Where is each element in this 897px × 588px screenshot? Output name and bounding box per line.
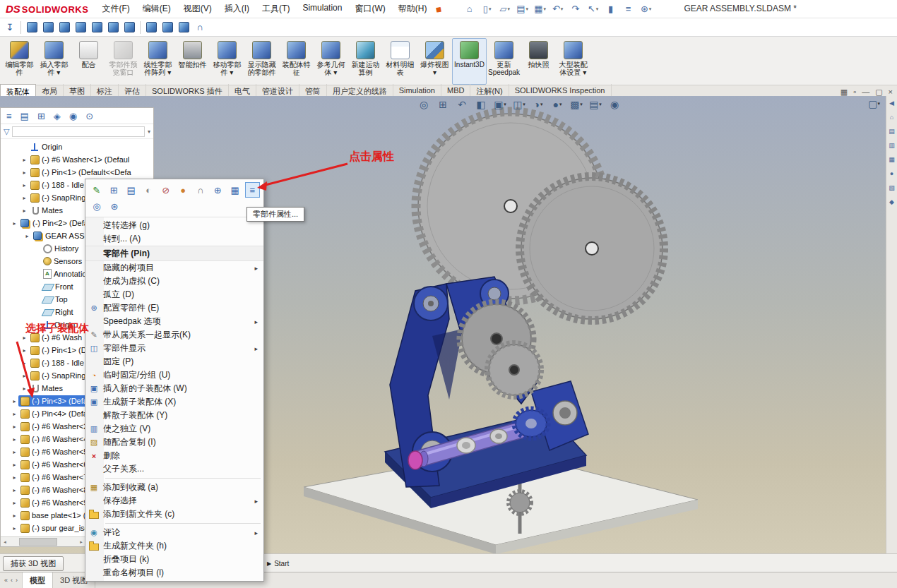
configure-feature-icon[interactable]: ⊛	[107, 198, 122, 214]
ribbon-bill-of-materials-button[interactable]: 材料明细表	[383, 38, 417, 85]
ribbon-insert-component-button[interactable]: 插入零部件 ▾	[37, 38, 71, 85]
view-palette-icon[interactable]: ▦	[889, 156, 895, 163]
options-icon[interactable]: ⊛▾	[638, 2, 655, 16]
ctx-item[interactable]: 使成为虚拟 (C)	[85, 275, 263, 288]
bottom-nav-icon-0[interactable]: «	[4, 577, 8, 584]
ctx-item[interactable]: 重命名树项目 (l)	[85, 566, 263, 580]
ribbon-instant3d-button[interactable]: Instant3D	[452, 38, 487, 85]
camera-icon[interactable]: ◉	[606, 98, 623, 111]
assembly-toolbar-icon-3[interactable]	[57, 20, 72, 35]
menu-插入(I)[interactable]: 插入(I)	[218, 0, 256, 18]
ctx-item[interactable]: ◔临时固定/分组 (U)	[85, 368, 263, 382]
menu-Simulation[interactable]: Simulation	[296, 0, 348, 18]
ctx-item[interactable]: Speedpak 选项▸	[85, 315, 263, 328]
new-document-icon[interactable]: ▯▾	[479, 2, 496, 16]
menu-编辑(E)[interactable]: 编辑(E)	[136, 0, 177, 18]
ctx-item[interactable]: 孤立 (D)	[85, 288, 263, 301]
ctx-item[interactable]: ◉评论▸	[85, 526, 263, 539]
display-style-icon[interactable]: ◫▾	[511, 98, 528, 111]
scrollbar-thumb[interactable]	[19, 538, 57, 546]
ribbon-large-assembly-button[interactable]: 大型装配体设置 ▾	[556, 38, 590, 85]
appearance-icon[interactable]: ●	[176, 182, 191, 198]
ctx-item[interactable]: ▨随配合复制 (I)	[85, 436, 263, 449]
ctx-item[interactable]: 添加到新文件夹 (c)	[85, 508, 263, 521]
scroll-left-icon[interactable]: ◂	[1, 539, 9, 545]
ribbon-linear-pattern-button[interactable]: 线性零部件阵列 ▾	[141, 38, 175, 85]
ribbon-reference-geometry-button[interactable]: 参考几何体 ▾	[314, 38, 348, 85]
custom-properties-icon[interactable]: ▧	[889, 184, 895, 191]
edit-appearance-icon[interactable]: ●▾	[549, 98, 566, 111]
close-doc-icon[interactable]: ×	[889, 88, 893, 96]
capture-3d-view-button[interactable]: 捕获 3D 视图	[3, 556, 64, 571]
tree-item[interactable]: ▸(-) #6 Washer<1> (Defaul	[1, 153, 153, 166]
home-icon[interactable]: ⌂	[461, 2, 478, 16]
featuremanager-tab-icon[interactable]: ≡	[6, 111, 12, 121]
ctx-item[interactable]: 转到... (A)	[85, 232, 263, 246]
view-orientation-icon[interactable]: ▣▾	[492, 98, 509, 111]
tree-item[interactable]: ▸(-) Pin<1> (Default<<Defa	[1, 166, 153, 179]
file-properties-icon[interactable]: ≡	[620, 2, 637, 16]
mate-toolbar-icon[interactable]: ∩	[192, 20, 208, 35]
design-library-icon[interactable]: ▤	[889, 128, 895, 135]
collapse-ribbon-icon[interactable]: ▫	[853, 88, 856, 96]
assembly-toolbar-icon-5[interactable]	[89, 20, 105, 35]
pin-menubar-icon[interactable]: ◆	[434, 3, 445, 15]
ctx-item[interactable]: ▦添加到收藏 (a)	[85, 481, 263, 494]
ctx-item[interactable]: ◫零部件显示▸	[85, 342, 263, 355]
ribbon-show-hidden-button[interactable]: 显示隐藏的零部件	[244, 38, 279, 85]
ctx-item[interactable]: ▣插入新的子装配体 (W)	[85, 382, 263, 395]
bottom-tab-模型[interactable]: 模型	[23, 572, 53, 588]
attachment-icon[interactable]: ⊕	[210, 182, 226, 198]
menu-工具(T)[interactable]: 工具(T)	[256, 0, 296, 18]
assembly-toolbar-icon-9[interactable]	[160, 20, 175, 35]
ribbon-exploded-view-button[interactable]: 爆炸视图 ▾	[417, 38, 452, 85]
bottom-nav-icon-2[interactable]: ›	[16, 577, 18, 584]
filter-caret-icon[interactable]: ▾	[148, 128, 150, 135]
insert-component-icon[interactable]: ⊞	[107, 182, 122, 198]
configurationmanager-tab-icon[interactable]: ⊞	[37, 111, 45, 121]
assembly-toolbar-icon-1[interactable]	[24, 20, 40, 35]
ribbon-mate-button[interactable]: 配合	[71, 38, 106, 85]
file-explorer-icon[interactable]: ▥	[889, 142, 895, 149]
view-settings-icon[interactable]: ▤▾	[587, 98, 604, 111]
bottom-nav-icon-1[interactable]: ‹	[11, 577, 13, 584]
save-icon[interactable]: ▤▾	[514, 2, 531, 16]
pattern-icon[interactable]: ▦	[227, 182, 243, 198]
select-icon[interactable]: ↖▾	[585, 2, 602, 16]
apply-scene-icon[interactable]: ▩▾	[568, 98, 585, 111]
ribbon-take-snapshot-button[interactable]: 拍快照	[521, 38, 556, 85]
menu-文件(F)[interactable]: 文件(F)	[95, 0, 136, 18]
print-icon[interactable]: ▦▾	[532, 2, 549, 16]
propertymanager-tab-icon[interactable]: ▤	[20, 111, 29, 121]
filter-input[interactable]	[12, 126, 145, 137]
component-properties-icon[interactable]: ≡	[245, 182, 261, 198]
ctx-item[interactable]: ✎带从属关系一起显示(K)	[85, 328, 263, 342]
ctx-item[interactable]: 父子关系...	[85, 462, 263, 476]
ctx-item[interactable]: ▣生成新子装配体 (X)	[85, 395, 263, 409]
previous-view-icon[interactable]: ↶	[453, 98, 470, 111]
edit-assembly-icon[interactable]: ✎	[89, 182, 105, 198]
ctx-item[interactable]: ▥使之独立 (V)	[85, 422, 263, 436]
displaymanager-tab-icon[interactable]: ◉	[69, 111, 77, 121]
assembly-toolbar-icon-2[interactable]	[40, 20, 56, 35]
performance-evaluation-icon[interactable]: ↧	[2, 20, 18, 35]
forum-icon[interactable]: ◆	[889, 198, 894, 205]
ctx-item[interactable]: 固定 (P)	[85, 355, 263, 368]
mate-icon[interactable]: ∩	[193, 182, 208, 198]
viewport-display-settings-icon[interactable]: ▢▾	[868, 98, 880, 109]
resources-icon[interactable]: ⌂	[890, 114, 893, 121]
tree-horizontal-scrollbar[interactable]: ◂ ▸	[1, 536, 85, 546]
ctx-item[interactable]: 生成新文件夹 (h)	[85, 539, 263, 553]
ctx-item[interactable]: 隐藏的树项目▸	[85, 261, 263, 275]
rebuild-icon[interactable]: ▮	[602, 2, 619, 16]
undo-icon[interactable]: ↶▾	[550, 2, 566, 16]
appearances-scenes-icon[interactable]: ●	[890, 170, 893, 177]
pin-tab-icon[interactable]: ⊙	[85, 111, 93, 121]
ribbon-assembly-features-button[interactable]: 装配体特征	[279, 38, 314, 85]
ctx-item[interactable]: 折叠项目 (k)	[85, 553, 263, 566]
undock-panel-icon[interactable]: ▦	[840, 88, 848, 96]
ctx-item[interactable]: ×删除	[85, 449, 263, 462]
section-view-icon[interactable]: ◧	[473, 98, 489, 111]
ribbon-new-motion-study-button[interactable]: 新建运动算例	[348, 38, 383, 85]
menu-窗口(W)[interactable]: 窗口(W)	[348, 0, 391, 18]
